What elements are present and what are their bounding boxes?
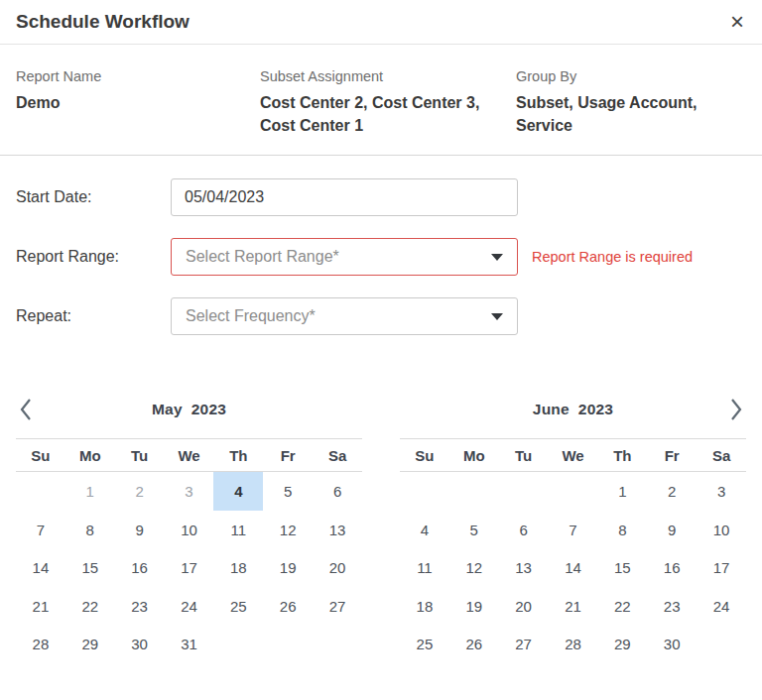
day-cell[interactable]: 14 xyxy=(549,548,598,587)
day-cell[interactable]: 10 xyxy=(165,511,214,549)
weekday-label: Sa xyxy=(697,447,746,464)
day-cell[interactable]: 23 xyxy=(115,587,165,626)
summary-report-name: Report Name Demo xyxy=(16,68,260,137)
day-cell[interactable]: 30 xyxy=(647,625,697,663)
day-cell[interactable]: 11 xyxy=(213,511,263,549)
day-cell[interactable]: 26 xyxy=(449,625,499,663)
day-cell[interactable]: 21 xyxy=(16,587,65,626)
calendar-june-title: June2023 xyxy=(533,401,613,418)
day-cell[interactable]: 14 xyxy=(16,548,65,587)
day-cell[interactable]: 22 xyxy=(597,587,647,626)
weekday-label: Th xyxy=(213,447,263,464)
day-cell[interactable]: 26 xyxy=(263,587,313,626)
day-cell[interactable]: 7 xyxy=(549,511,598,549)
day-cell[interactable]: 21 xyxy=(549,587,598,626)
day-cell[interactable]: 19 xyxy=(263,548,313,587)
day-cell[interactable]: 9 xyxy=(647,511,697,549)
day-cell[interactable]: 1 xyxy=(597,472,647,511)
weekday-label: Fr xyxy=(647,447,697,464)
day-cell[interactable]: 30 xyxy=(115,625,165,663)
report-name-value: Demo xyxy=(16,91,260,114)
day-cell[interactable]: 22 xyxy=(65,587,115,626)
weekday-label: Th xyxy=(597,447,647,464)
day-cell[interactable]: 29 xyxy=(597,625,647,663)
month-year: 2023 xyxy=(191,401,226,417)
weekday-label: We xyxy=(549,447,598,464)
report-name-label: Report Name xyxy=(16,68,260,84)
day-cell[interactable]: 20 xyxy=(499,587,549,626)
day-cell[interactable]: 11 xyxy=(400,548,449,587)
report-range-row: Report Range: Select Report Range* Repor… xyxy=(16,238,746,276)
repeat-row: Repeat: Select Frequency* xyxy=(16,297,746,335)
day-cell[interactable]: 5 xyxy=(263,472,313,511)
schedule-workflow-modal: Schedule Workflow × Report Name Demo Sub… xyxy=(0,0,762,700)
report-range-select[interactable]: Select Report Range* xyxy=(171,238,518,276)
day-cell[interactable]: 4 xyxy=(400,511,449,549)
day-cell-selected[interactable]: 4 xyxy=(213,472,263,511)
day-cell[interactable]: 5 xyxy=(449,511,499,549)
day-cell[interactable]: 15 xyxy=(597,548,647,587)
subset-assignment-value: Cost Center 2, Cost Center 3, Cost Cente… xyxy=(260,91,516,137)
chevron-down-icon xyxy=(491,313,503,320)
day-cell[interactable]: 7 xyxy=(16,511,65,549)
subset-assignment-label: Subset Assignment xyxy=(260,68,516,84)
start-date-label: Start Date: xyxy=(16,188,171,206)
calendar-june-days: 1234567891011121314151617181920212223242… xyxy=(400,472,746,663)
group-by-value: Subset, Usage Account, Service xyxy=(516,91,746,137)
day-cell[interactable]: 18 xyxy=(213,548,263,587)
day-cell[interactable]: 13 xyxy=(313,511,362,549)
day-cell[interactable]: 13 xyxy=(499,548,549,587)
empty-day-cell xyxy=(549,472,598,511)
day-cell[interactable]: 25 xyxy=(213,587,263,626)
start-date-input[interactable] xyxy=(171,178,518,216)
day-cell[interactable]: 8 xyxy=(65,511,115,549)
report-range-label: Report Range: xyxy=(16,248,171,266)
day-cell[interactable]: 19 xyxy=(449,587,499,626)
summary-section: Report Name Demo Subset Assignment Cost … xyxy=(0,45,762,156)
day-cell[interactable]: 24 xyxy=(165,587,214,626)
empty-day-cell xyxy=(499,472,549,511)
day-cell[interactable]: 31 xyxy=(165,625,214,663)
start-date-row: Start Date: xyxy=(16,178,746,216)
day-cell[interactable]: 27 xyxy=(313,587,362,626)
day-cell[interactable]: 3 xyxy=(697,472,746,511)
day-cell[interactable]: 10 xyxy=(697,511,746,549)
day-cell[interactable]: 16 xyxy=(647,548,697,587)
form-section: Start Date: Report Range: Select Report … xyxy=(0,156,762,335)
day-cell[interactable]: 6 xyxy=(499,511,549,549)
modal-header: Schedule Workflow × xyxy=(0,0,762,45)
day-cell[interactable]: 28 xyxy=(549,625,598,663)
next-month-icon[interactable] xyxy=(728,397,744,422)
weekday-header: SuMoTuWeThFrSa xyxy=(400,439,746,472)
day-cell[interactable]: 25 xyxy=(400,625,449,663)
day-cell[interactable]: 15 xyxy=(65,548,115,587)
calendar-may-header: May2023 xyxy=(16,395,362,424)
repeat-select[interactable]: Select Frequency* xyxy=(171,297,518,335)
prev-month-icon[interactable] xyxy=(18,397,34,422)
day-cell[interactable]: 12 xyxy=(263,511,313,549)
day-cell[interactable]: 20 xyxy=(313,548,362,587)
day-cell[interactable]: 17 xyxy=(165,548,214,587)
day-cell[interactable]: 6 xyxy=(313,472,362,511)
day-cell[interactable]: 27 xyxy=(499,625,549,663)
empty-day-cell xyxy=(400,472,449,511)
day-cell[interactable]: 28 xyxy=(16,625,65,663)
summary-subset-assignment: Subset Assignment Cost Center 2, Cost Ce… xyxy=(260,68,516,137)
day-cell[interactable]: 17 xyxy=(697,548,746,587)
day-cell[interactable]: 2 xyxy=(647,472,697,511)
day-cell[interactable]: 24 xyxy=(697,587,746,626)
calendars-section: May2023 SuMoTuWeThFrSa 12345678910111213… xyxy=(0,357,762,663)
day-cell[interactable]: 29 xyxy=(65,625,115,663)
day-cell[interactable]: 9 xyxy=(115,511,165,549)
day-cell[interactable]: 8 xyxy=(597,511,647,549)
modal-title: Schedule Workflow xyxy=(16,11,190,33)
close-icon[interactable]: × xyxy=(728,10,746,34)
day-cell[interactable]: 2 xyxy=(115,472,165,511)
day-cell[interactable]: 12 xyxy=(449,548,499,587)
day-cell[interactable]: 1 xyxy=(65,472,115,511)
day-cell[interactable]: 16 xyxy=(115,548,165,587)
day-cell[interactable]: 3 xyxy=(165,472,214,511)
group-by-label: Group By xyxy=(516,68,746,84)
day-cell[interactable]: 23 xyxy=(647,587,697,626)
day-cell[interactable]: 18 xyxy=(400,587,449,626)
